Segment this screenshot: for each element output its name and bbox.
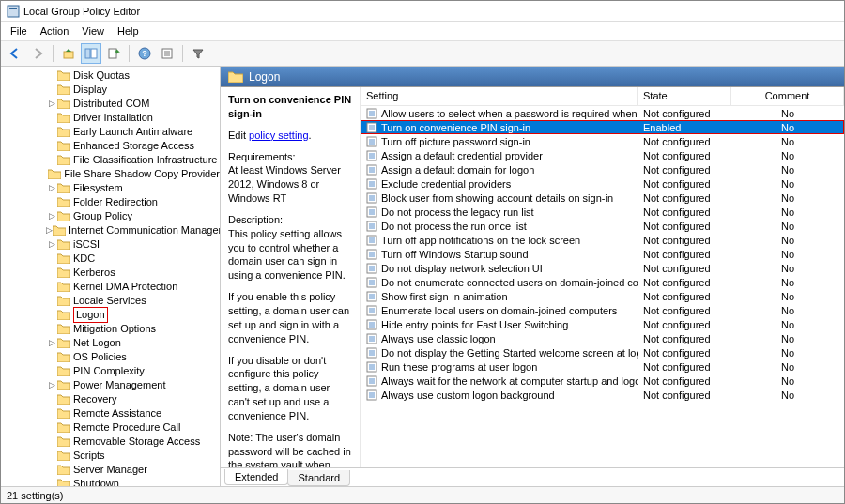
- tree-item[interactable]: Early Launch Antimalware: [1, 125, 220, 139]
- list-row[interactable]: Always use custom logon backgroundNot co…: [361, 388, 844, 402]
- policy-icon: [366, 192, 377, 204]
- tree-item[interactable]: File Share Shadow Copy Provider: [1, 167, 220, 181]
- edit-policy-link[interactable]: policy setting: [249, 130, 309, 141]
- list-row[interactable]: Do not display network selection UINot c…: [361, 261, 844, 275]
- tree-item[interactable]: Display: [1, 83, 220, 97]
- chevron-right-icon[interactable]: ▷: [46, 237, 57, 252]
- chevron-right-icon[interactable]: ▷: [46, 97, 57, 111]
- tree-item[interactable]: Mitigation Options: [1, 322, 220, 336]
- filter-button[interactable]: [188, 43, 208, 64]
- forward-button[interactable]: [27, 43, 48, 64]
- list-body[interactable]: Allow users to select when a password is…: [361, 106, 844, 467]
- list-row[interactable]: Assign a default credential providerNot …: [361, 148, 844, 162]
- list-row[interactable]: Exclude credential providersNot configur…: [361, 176, 844, 191]
- col-setting[interactable]: Setting: [361, 87, 638, 105]
- back-button[interactable]: [5, 43, 25, 64]
- menu-action[interactable]: Action: [35, 23, 75, 38]
- folder-icon: [57, 155, 70, 165]
- list-row[interactable]: Do not enumerate connected users on doma…: [361, 275, 844, 289]
- list-row[interactable]: Block user from showing account details …: [361, 191, 844, 205]
- row-setting: Always use custom logon background: [381, 389, 555, 401]
- tree-item[interactable]: PIN Complexity: [1, 364, 220, 378]
- list-row[interactable]: Turn off picture password sign-inNot con…: [361, 134, 844, 148]
- tree-item[interactable]: Shutdown: [1, 477, 220, 486]
- list-row[interactable]: Enumerate local users on domain-joined c…: [361, 303, 844, 317]
- tree-item[interactable]: Folder Redirection: [1, 195, 220, 209]
- list-row[interactable]: Hide entry points for Fast User Switchin…: [361, 317, 844, 331]
- tree-item[interactable]: Logon: [1, 308, 220, 322]
- tree-item[interactable]: KDC: [1, 252, 220, 266]
- tree-item[interactable]: ▷Net Logon: [1, 336, 220, 350]
- tree-item[interactable]: ▷Filesystem: [1, 181, 220, 195]
- list-row[interactable]: Assign a default domain for logonNot con…: [361, 162, 844, 176]
- show-hide-tree-button[interactable]: [81, 43, 101, 64]
- svg-rect-0: [8, 6, 19, 17]
- tree-item[interactable]: Kerberos: [1, 266, 220, 280]
- tree-item[interactable]: Enhanced Storage Access: [1, 139, 220, 153]
- folder-icon: [57, 408, 70, 419]
- folder-icon: [57, 70, 70, 81]
- chevron-right-icon[interactable]: ▷: [46, 209, 57, 223]
- tree-item[interactable]: ▷Internet Communication Management: [1, 223, 220, 237]
- window-title: Local Group Policy Editor: [23, 6, 140, 17]
- tree-item-label: Display: [73, 83, 107, 97]
- col-state[interactable]: State: [638, 87, 731, 105]
- tree-item-label: Logon: [73, 307, 108, 323]
- tree-item[interactable]: ▷iSCSI: [1, 237, 220, 252]
- list-row[interactable]: Always use classic logonNot configuredNo: [361, 331, 844, 345]
- tree-item[interactable]: File Classification Infrastructure: [1, 153, 220, 167]
- chevron-right-icon[interactable]: ▷: [46, 181, 57, 195]
- tree-item[interactable]: Removable Storage Access: [1, 435, 220, 449]
- policy-icon: [366, 136, 377, 147]
- tree-item[interactable]: Remote Procedure Call: [1, 420, 220, 435]
- tree-item[interactable]: Remote Assistance: [1, 406, 220, 420]
- tab-standard[interactable]: Standard: [287, 470, 350, 486]
- list-row[interactable]: Do not process the run once listNot conf…: [361, 219, 844, 233]
- tree-item[interactable]: Scripts: [1, 449, 220, 463]
- menu-file[interactable]: File: [5, 23, 33, 38]
- desc-p4: Note: The user's domain password will be…: [228, 431, 352, 467]
- row-comment: No: [731, 305, 844, 316]
- tree-item[interactable]: Driver Installation: [1, 111, 220, 125]
- tree-item[interactable]: ▷Distributed COM: [1, 97, 220, 111]
- list-row[interactable]: Show first sign-in animationNot configur…: [361, 289, 844, 303]
- menu-view[interactable]: View: [76, 23, 110, 38]
- help-button[interactable]: ?: [134, 43, 155, 64]
- list-row[interactable]: Turn off Windows Startup soundNot config…: [361, 247, 844, 261]
- list-row[interactable]: Turn on convenience PIN sign-inEnabledNo: [361, 120, 844, 134]
- policy-icon: [366, 235, 377, 246]
- list-row[interactable]: Do not process the legacy run listNot co…: [361, 205, 844, 219]
- tree-item[interactable]: Kernel DMA Protection: [1, 280, 220, 294]
- tree-item[interactable]: Disk Quotas: [1, 69, 220, 83]
- chevron-right-icon[interactable]: ▷: [46, 378, 57, 392]
- row-comment: No: [731, 347, 844, 359]
- tree-item[interactable]: ▷Power Management: [1, 378, 220, 392]
- list-row[interactable]: Do not display the Getting Started welco…: [361, 345, 844, 359]
- col-comment[interactable]: Comment: [731, 87, 844, 105]
- folder-icon: [57, 197, 70, 207]
- up-button[interactable]: [58, 43, 79, 64]
- tree-item-label: Remote Procedure Call: [73, 420, 180, 435]
- tab-extended[interactable]: Extended: [224, 469, 288, 485]
- tree-panel[interactable]: Disk QuotasDisplay▷Distributed COMDriver…: [1, 67, 221, 486]
- list-row[interactable]: Allow users to select when a password is…: [361, 106, 844, 120]
- tree-item[interactable]: OS Policies: [1, 350, 220, 364]
- chevron-right-icon[interactable]: ▷: [46, 336, 57, 350]
- tree-item[interactable]: Server Manager: [1, 463, 220, 477]
- tree-item-label: File Classification Infrastructure: [73, 153, 217, 167]
- menubar: File Action View Help: [1, 22, 844, 40]
- properties-button[interactable]: [157, 43, 177, 64]
- row-comment: No: [731, 206, 844, 218]
- chevron-right-icon[interactable]: ▷: [46, 223, 53, 237]
- list-row[interactable]: Always wait for the network at computer …: [361, 374, 844, 388]
- list-row[interactable]: Run these programs at user logonNot conf…: [361, 359, 844, 374]
- row-setting: Turn on convenience PIN sign-in: [381, 122, 530, 133]
- row-state: Not configured: [638, 389, 731, 401]
- export-button[interactable]: [103, 43, 124, 64]
- menu-help[interactable]: Help: [112, 23, 145, 38]
- list-row[interactable]: Turn off app notifications on the lock s…: [361, 233, 844, 247]
- tree-item[interactable]: ▷Group Policy: [1, 209, 220, 223]
- req-label: Requirements:: [228, 151, 296, 162]
- tree-item[interactable]: Recovery: [1, 392, 220, 406]
- tree-item[interactable]: Locale Services: [1, 294, 220, 308]
